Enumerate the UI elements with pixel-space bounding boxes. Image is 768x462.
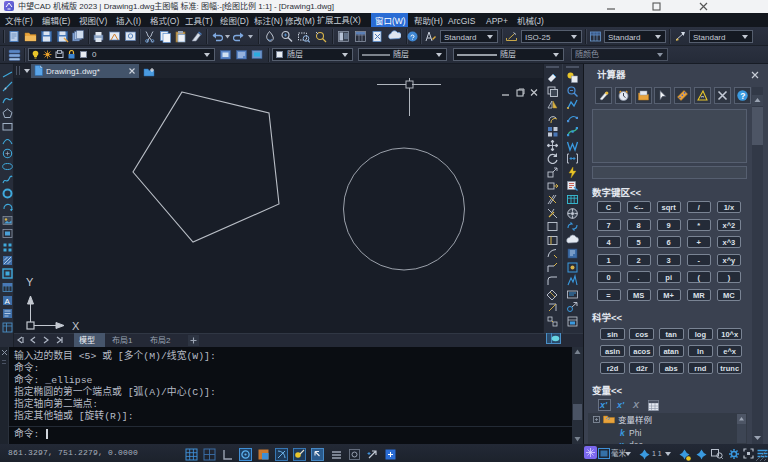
svg-text:Y: Y (26, 276, 34, 288)
svg-text:A: A (5, 296, 11, 305)
svg-text:?: ? (740, 91, 745, 101)
svg-text:X: X (72, 320, 80, 332)
